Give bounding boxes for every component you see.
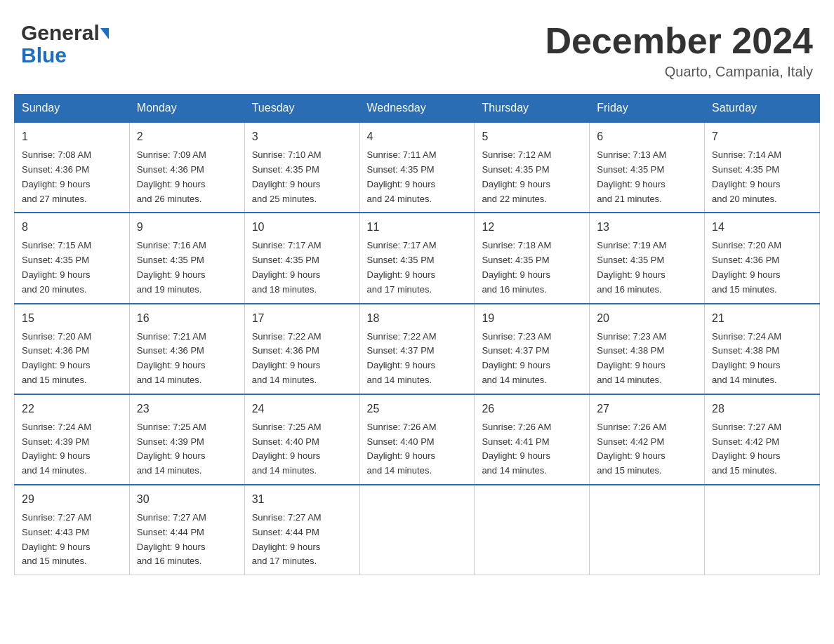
calendar-cell: 26Sunrise: 7:26 AMSunset: 4:41 PMDayligh… <box>475 394 590 485</box>
logo-triangle-icon <box>100 28 109 39</box>
day-number: 22 <box>22 401 122 417</box>
month-title: December 2024 <box>545 21 813 61</box>
day-info: Sunrise: 7:16 AMSunset: 4:35 PMDaylight:… <box>137 239 237 297</box>
day-info: Sunrise: 7:27 AMSunset: 4:43 PMDaylight:… <box>22 511 122 569</box>
calendar-cell: 5Sunrise: 7:12 AMSunset: 4:35 PMDaylight… <box>475 122 590 213</box>
day-number: 3 <box>252 128 352 145</box>
calendar-cell <box>590 485 705 575</box>
page-header: General Blue December 2024 Quarto, Campa… <box>14 14 820 87</box>
day-of-week-header: Thursday <box>475 95 590 123</box>
day-info: Sunrise: 7:26 AMSunset: 4:40 PMDaylight:… <box>367 420 468 478</box>
calendar-cell: 24Sunrise: 7:25 AMSunset: 4:40 PMDayligh… <box>244 394 359 485</box>
calendar-cell: 31Sunrise: 7:27 AMSunset: 4:44 PMDayligh… <box>244 485 359 575</box>
day-info: Sunrise: 7:17 AMSunset: 4:35 PMDaylight:… <box>367 239 468 297</box>
calendar-cell: 17Sunrise: 7:22 AMSunset: 4:36 PMDayligh… <box>244 304 359 394</box>
day-number: 17 <box>252 310 352 327</box>
day-info: Sunrise: 7:17 AMSunset: 4:35 PMDaylight:… <box>252 239 352 297</box>
day-number: 14 <box>712 219 812 236</box>
day-number: 27 <box>597 401 697 417</box>
day-number: 21 <box>712 310 812 327</box>
calendar-cell: 21Sunrise: 7:24 AMSunset: 4:38 PMDayligh… <box>705 304 820 394</box>
calendar-cell: 15Sunrise: 7:20 AMSunset: 4:36 PMDayligh… <box>15 304 130 394</box>
day-info: Sunrise: 7:25 AMSunset: 4:40 PMDaylight:… <box>252 420 352 478</box>
day-info: Sunrise: 7:09 AMSunset: 4:36 PMDaylight:… <box>137 148 237 206</box>
day-number: 10 <box>252 219 352 236</box>
day-info: Sunrise: 7:08 AMSunset: 4:36 PMDaylight:… <box>22 148 122 206</box>
day-number: 6 <box>597 128 697 145</box>
calendar-cell <box>359 485 475 575</box>
day-info: Sunrise: 7:27 AMSunset: 4:44 PMDaylight:… <box>252 511 352 569</box>
calendar-cell: 27Sunrise: 7:26 AMSunset: 4:42 PMDayligh… <box>590 394 705 485</box>
day-of-week-header: Wednesday <box>359 95 475 123</box>
logo: General Blue <box>21 21 109 67</box>
day-number: 16 <box>137 310 237 327</box>
day-info: Sunrise: 7:26 AMSunset: 4:41 PMDaylight:… <box>482 420 582 478</box>
calendar-week-row: 15Sunrise: 7:20 AMSunset: 4:36 PMDayligh… <box>15 304 820 394</box>
day-info: Sunrise: 7:27 AMSunset: 4:42 PMDaylight:… <box>712 420 812 478</box>
day-number: 13 <box>597 219 697 236</box>
day-of-week-header: Tuesday <box>244 95 359 123</box>
day-info: Sunrise: 7:15 AMSunset: 4:35 PMDaylight:… <box>22 239 122 297</box>
day-info: Sunrise: 7:20 AMSunset: 4:36 PMDaylight:… <box>712 239 812 297</box>
day-info: Sunrise: 7:21 AMSunset: 4:36 PMDaylight:… <box>137 330 237 388</box>
day-number: 25 <box>367 401 468 417</box>
day-number: 20 <box>597 310 697 327</box>
calendar-week-row: 29Sunrise: 7:27 AMSunset: 4:43 PMDayligh… <box>15 485 820 575</box>
calendar-week-row: 8Sunrise: 7:15 AMSunset: 4:35 PMDaylight… <box>15 213 820 303</box>
calendar-cell: 23Sunrise: 7:25 AMSunset: 4:39 PMDayligh… <box>129 394 244 485</box>
day-number: 2 <box>137 128 237 145</box>
day-number: 31 <box>252 491 352 508</box>
day-of-week-header: Sunday <box>15 95 130 123</box>
calendar-cell: 3Sunrise: 7:10 AMSunset: 4:35 PMDaylight… <box>244 122 359 213</box>
logo-blue-text: Blue <box>21 43 67 67</box>
day-info: Sunrise: 7:22 AMSunset: 4:37 PMDaylight:… <box>367 330 468 388</box>
calendar-cell: 18Sunrise: 7:22 AMSunset: 4:37 PMDayligh… <box>359 304 475 394</box>
day-info: Sunrise: 7:23 AMSunset: 4:37 PMDaylight:… <box>482 330 582 388</box>
calendar-cell: 11Sunrise: 7:17 AMSunset: 4:35 PMDayligh… <box>359 213 475 303</box>
day-number: 7 <box>712 128 812 145</box>
day-info: Sunrise: 7:12 AMSunset: 4:35 PMDaylight:… <box>482 148 582 206</box>
day-number: 26 <box>482 401 582 417</box>
day-info: Sunrise: 7:14 AMSunset: 4:35 PMDaylight:… <box>712 148 812 206</box>
day-number: 9 <box>137 219 237 236</box>
day-number: 1 <box>22 128 122 145</box>
calendar-cell: 14Sunrise: 7:20 AMSunset: 4:36 PMDayligh… <box>705 213 820 303</box>
calendar-cell: 22Sunrise: 7:24 AMSunset: 4:39 PMDayligh… <box>15 394 130 485</box>
calendar-cell: 7Sunrise: 7:14 AMSunset: 4:35 PMDaylight… <box>705 122 820 213</box>
day-number: 12 <box>482 219 582 236</box>
day-number: 4 <box>367 128 468 145</box>
day-info: Sunrise: 7:10 AMSunset: 4:35 PMDaylight:… <box>252 148 352 206</box>
day-number: 30 <box>137 491 237 508</box>
day-info: Sunrise: 7:27 AMSunset: 4:44 PMDaylight:… <box>137 511 237 569</box>
day-of-week-header: Saturday <box>705 95 820 123</box>
calendar-header-row: SundayMondayTuesdayWednesdayThursdayFrid… <box>15 95 820 123</box>
day-number: 8 <box>22 219 122 236</box>
calendar-week-row: 1Sunrise: 7:08 AMSunset: 4:36 PMDaylight… <box>15 122 820 213</box>
calendar-cell <box>475 485 590 575</box>
calendar-cell: 20Sunrise: 7:23 AMSunset: 4:38 PMDayligh… <box>590 304 705 394</box>
day-number: 15 <box>22 310 122 327</box>
calendar-cell: 4Sunrise: 7:11 AMSunset: 4:35 PMDaylight… <box>359 122 475 213</box>
day-info: Sunrise: 7:22 AMSunset: 4:36 PMDaylight:… <box>252 330 352 388</box>
day-number: 28 <box>712 401 812 417</box>
calendar-cell <box>705 485 820 575</box>
calendar-table: SundayMondayTuesdayWednesdayThursdayFrid… <box>14 94 820 575</box>
day-info: Sunrise: 7:20 AMSunset: 4:36 PMDaylight:… <box>22 330 122 388</box>
calendar-cell: 28Sunrise: 7:27 AMSunset: 4:42 PMDayligh… <box>705 394 820 485</box>
calendar-cell: 19Sunrise: 7:23 AMSunset: 4:37 PMDayligh… <box>475 304 590 394</box>
day-info: Sunrise: 7:24 AMSunset: 4:39 PMDaylight:… <box>22 420 122 478</box>
calendar-cell: 29Sunrise: 7:27 AMSunset: 4:43 PMDayligh… <box>15 485 130 575</box>
day-info: Sunrise: 7:18 AMSunset: 4:35 PMDaylight:… <box>482 239 582 297</box>
calendar-cell: 10Sunrise: 7:17 AMSunset: 4:35 PMDayligh… <box>244 213 359 303</box>
day-number: 29 <box>22 491 122 508</box>
calendar-week-row: 22Sunrise: 7:24 AMSunset: 4:39 PMDayligh… <box>15 394 820 485</box>
day-info: Sunrise: 7:19 AMSunset: 4:35 PMDaylight:… <box>597 239 697 297</box>
calendar-cell: 1Sunrise: 7:08 AMSunset: 4:36 PMDaylight… <box>15 122 130 213</box>
day-of-week-header: Monday <box>129 95 244 123</box>
calendar-cell: 25Sunrise: 7:26 AMSunset: 4:40 PMDayligh… <box>359 394 475 485</box>
day-number: 5 <box>482 128 582 145</box>
calendar-cell: 16Sunrise: 7:21 AMSunset: 4:36 PMDayligh… <box>129 304 244 394</box>
location-text: Quarto, Campania, Italy <box>545 64 813 80</box>
day-number: 19 <box>482 310 582 327</box>
day-info: Sunrise: 7:11 AMSunset: 4:35 PMDaylight:… <box>367 148 468 206</box>
